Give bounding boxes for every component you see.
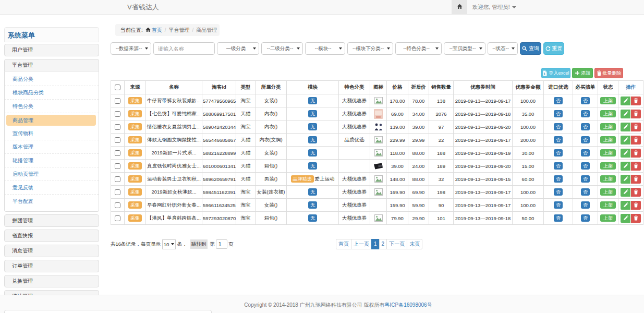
row-checkbox[interactable]	[115, 163, 120, 169]
filter-select-item-type[interactable]: --宝贝类型--	[444, 42, 485, 55]
must-buy-badge[interactable]: 否	[581, 110, 590, 117]
per-page-select[interactable]: 10	[162, 239, 176, 249]
must-buy-badge[interactable]: 否	[581, 149, 590, 156]
module-badge[interactable]: 无	[308, 214, 317, 222]
imported-badge[interactable]: 否	[554, 136, 563, 143]
delete-button[interactable]	[631, 162, 641, 171]
sidebar-subitem-promo-material[interactable]: 宣传物料	[5, 127, 99, 140]
pagination-page-2[interactable]: 2	[379, 239, 387, 249]
row-checkbox[interactable]	[115, 150, 120, 156]
select-all-checkbox[interactable]	[115, 85, 120, 90]
name-search-input[interactable]	[153, 42, 215, 55]
reset-button[interactable]: 重置	[543, 42, 564, 55]
status-badge[interactable]: 上架	[600, 175, 616, 183]
row-checkbox[interactable]	[115, 215, 120, 221]
row-checkbox[interactable]	[115, 189, 120, 195]
delete-button[interactable]	[631, 188, 641, 197]
status-badge[interactable]: 上架	[600, 201, 616, 209]
delete-button[interactable]	[631, 214, 641, 223]
module-badge[interactable]: 无	[308, 123, 317, 130]
filter-select-module[interactable]: --模块--	[305, 42, 345, 55]
sidebar-item-messages[interactable]: 消息管理	[4, 245, 99, 257]
module-badge[interactable]: 无	[308, 201, 317, 209]
sidebar-subitem-platform-config[interactable]: 平台配置	[5, 195, 99, 208]
status-badge[interactable]: 上架	[600, 123, 616, 130]
sidebar-subitem-feedback[interactable]: 意见反馈	[5, 181, 99, 195]
sidebar-item-exchange[interactable]: 兑换管理	[4, 275, 99, 287]
delete-button[interactable]	[631, 123, 641, 131]
delete-button[interactable]	[631, 136, 641, 145]
sidebar-subitem-module-goods-category[interactable]: 模块商品分类	[5, 86, 99, 100]
pagination-first[interactable]: 首页	[336, 239, 351, 249]
filter-select-category-1[interactable]: 一级分类	[217, 42, 259, 55]
edit-button[interactable]	[621, 123, 630, 131]
search-button[interactable]: 查询	[520, 42, 541, 55]
must-buy-badge[interactable]: 否	[581, 175, 590, 183]
edit-button[interactable]	[621, 149, 630, 158]
pagination-last[interactable]: 末页	[407, 239, 422, 249]
module-badge[interactable]: 无	[308, 162, 317, 170]
sidebar-subitem-splash-mgmt[interactable]: 启动页管理	[5, 167, 99, 181]
add-button[interactable]: 添加	[572, 68, 593, 78]
status-badge[interactable]: 上架	[600, 110, 616, 117]
pagination-prev[interactable]: 上一页	[351, 239, 372, 249]
filter-select-source[interactable]: --数据来源--	[111, 42, 151, 55]
user-menu[interactable]: 欢迎您, 管理员!	[472, 0, 516, 14]
row-checkbox[interactable]	[115, 137, 120, 143]
row-checkbox[interactable]	[115, 176, 120, 182]
imported-badge[interactable]: 否	[554, 110, 563, 117]
module-badge[interactable]: 无	[308, 136, 317, 143]
status-badge[interactable]: 上架	[600, 188, 616, 196]
module-badge[interactable]: 品牌精选	[291, 175, 314, 183]
sidebar-item-users[interactable]: 用户管理	[4, 44, 99, 56]
sidebar-subitem-goods-mgmt[interactable]: 商品管理	[6, 115, 96, 126]
status-badge[interactable]: 上架	[600, 97, 616, 104]
edit-button[interactable]	[621, 175, 630, 184]
module-badge[interactable]: 无	[308, 110, 317, 117]
must-buy-badge[interactable]: 否	[581, 214, 590, 222]
batch-delete-button[interactable]: 批量删除	[594, 68, 623, 78]
edit-button[interactable]	[621, 162, 630, 171]
import-excel-button[interactable]: 导入excel	[541, 68, 570, 78]
imported-badge[interactable]: 否	[554, 149, 563, 156]
must-buy-badge[interactable]: 否	[581, 162, 590, 170]
delete-button[interactable]	[631, 175, 641, 184]
home-nav-button[interactable]	[452, 0, 467, 14]
edit-button[interactable]	[621, 201, 630, 210]
sidebar-item-orders[interactable]: 订单管理	[4, 260, 99, 272]
sidebar-item-platform[interactable]: 平台管理	[4, 59, 99, 71]
module-badge[interactable]: 无	[308, 188, 317, 196]
page-jump-input[interactable]	[216, 239, 227, 249]
filter-select-category-2[interactable]: --二级分类--	[261, 42, 303, 55]
pagination-page-1[interactable]: 1	[371, 239, 380, 249]
status-badge[interactable]: 上架	[600, 149, 616, 156]
edit-button[interactable]	[621, 188, 630, 197]
edit-button[interactable]	[621, 110, 630, 118]
sidebar-subitem-carousel-mgmt[interactable]: 轮播管理	[5, 154, 99, 167]
sidebar-item-saving-news[interactable]: 省直快报	[4, 230, 99, 242]
edit-button[interactable]	[621, 97, 630, 105]
row-checkbox[interactable]	[115, 98, 120, 104]
imported-badge[interactable]: 否	[554, 188, 563, 196]
filter-select-module-sub[interactable]: --模块下分类--	[347, 42, 393, 55]
breadcrumb-home-link[interactable]: 首页	[152, 27, 162, 33]
edit-button[interactable]	[621, 214, 630, 223]
must-buy-badge[interactable]: 否	[581, 123, 590, 130]
imported-badge[interactable]: 否	[554, 214, 563, 222]
sidebar-item-group-buy[interactable]: 拼团管理	[4, 214, 99, 227]
must-buy-badge[interactable]: 否	[581, 136, 590, 143]
must-buy-badge[interactable]: 否	[581, 201, 590, 209]
status-badge[interactable]: 上架	[600, 162, 616, 170]
imported-badge[interactable]: 否	[554, 123, 563, 130]
imported-badge[interactable]: 否	[554, 162, 563, 170]
row-checkbox[interactable]	[115, 202, 120, 208]
filter-select-status[interactable]: --状态--	[488, 42, 518, 55]
module-badge[interactable]: 无	[308, 97, 317, 104]
pagination-next[interactable]: 下一页	[386, 239, 407, 249]
delete-button[interactable]	[631, 97, 641, 105]
status-badge[interactable]: 上架	[600, 214, 616, 222]
row-checkbox[interactable]	[115, 111, 120, 117]
filter-select-feature-category[interactable]: --特色分类--	[395, 42, 442, 55]
sidebar-subitem-feature-category[interactable]: 特色分类	[5, 100, 99, 113]
imported-badge[interactable]: 否	[554, 201, 563, 209]
